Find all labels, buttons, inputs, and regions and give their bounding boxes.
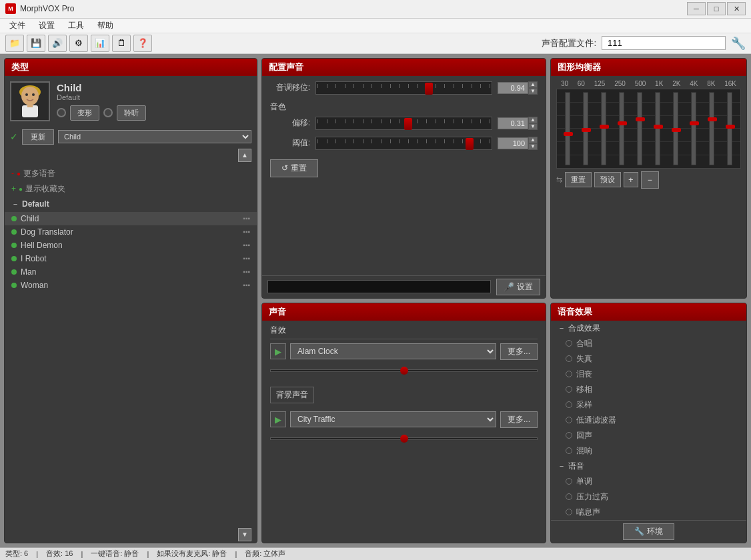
audio-settings-button[interactable]: 🎤 设置 [496,279,540,295]
threshold-track[interactable] [315,137,492,150]
eq-handle-4khz[interactable] [690,121,699,125]
pitch-shift-thumb[interactable] [425,83,433,95]
toolbar-help[interactable]: ❓ [133,35,152,52]
bg-play-button[interactable]: ▶ [270,411,286,427]
eq-band-3[interactable] [594,92,612,165]
voice-item-man[interactable]: Man ▪▪▪ [5,265,257,279]
toolbar-config[interactable]: ⚙ [69,35,88,52]
close-button[interactable]: ✕ [727,2,746,15]
eq-band-9[interactable] [703,92,721,165]
eq-handle-500hz[interactable] [636,117,645,121]
eq-band-5[interactable] [630,92,648,165]
eq-handle-8khz[interactable] [708,117,717,121]
pitch-value-input[interactable] [498,82,528,94]
more-voices-item[interactable]: - ● 更多语音 [5,166,257,181]
eq-handle-30hz[interactable] [564,132,573,136]
eq-slider-2khz[interactable] [673,92,678,165]
pitch-down[interactable]: ▼ [528,88,538,95]
eq-band-7[interactable] [667,92,685,165]
toolbar-chart[interactable]: 📊 [91,35,109,52]
eq-band-8[interactable] [685,92,703,165]
effect-radio-breathe[interactable] [566,509,572,515]
bg-volume-slider[interactable] [270,433,538,444]
sfx-volume-slider[interactable] [270,365,538,376]
sfx-volume-thumb[interactable] [400,367,408,375]
voice-item-woman[interactable]: Woman ▪▪▪ [5,279,257,292]
eq-remove-button[interactable]: － [641,171,659,189]
menu-settings[interactable]: 设置 [32,19,61,33]
transform-button[interactable]: 变形 [70,105,99,121]
effect-breathe[interactable]: 喘息声 [551,505,746,520]
threshold-down[interactable]: ▼ [528,143,538,150]
toolbar-open[interactable]: 📁 [5,35,24,52]
voice-effects-header[interactable]: － 语音 [551,459,746,474]
toolbar-save[interactable]: 💾 [27,35,45,52]
voice-item-dog-translator[interactable]: Dog Translator ▪▪▪ [5,225,257,239]
effect-radio-reverb[interactable] [566,447,572,454]
eq-band-10[interactable] [721,92,739,165]
eq-reset-button[interactable]: 重置 [565,172,592,187]
effect-radio-sampling[interactable] [566,401,572,408]
toolbar-notes[interactable]: 🗒 [112,35,131,52]
effect-radio-pressure[interactable] [566,493,572,500]
update-button[interactable]: 更新 [22,129,54,145]
voice-select[interactable]: Child [58,130,251,143]
effect-distortion[interactable]: 失真 [551,351,746,367]
timbre-offset-thumb[interactable] [404,118,412,130]
effect-radio-echo[interactable] [566,432,572,439]
sfx-play-button[interactable]: ▶ [270,343,286,359]
filter-icon[interactable]: 🔧 [731,36,746,51]
effect-sampling[interactable]: 采样 [551,397,746,413]
eq-slider-500hz[interactable] [637,92,642,165]
pitch-up[interactable]: ▲ [528,81,538,88]
eq-slider-16khz[interactable] [727,92,732,165]
effect-radio-chorus[interactable] [566,340,572,347]
eq-slider-4khz[interactable] [691,92,696,165]
eq-handle-60hz[interactable] [582,128,591,132]
eq-slider-125hz[interactable] [601,92,606,165]
timbre-offset-track[interactable] [315,117,492,130]
effect-lowpass[interactable]: 低通滤波器 [551,413,746,428]
check-icon[interactable]: ✓ [10,131,18,142]
eq-handle-250hz[interactable] [618,121,627,125]
effect-radio-tearful[interactable] [566,371,572,377]
eq-band-6[interactable] [648,92,666,165]
toolbar-export[interactable]: 🔊 [48,35,67,52]
eq-slider-30hz[interactable] [565,92,570,165]
effect-reverb[interactable]: 混响 [551,443,746,459]
timbre-down[interactable]: ▼ [528,123,538,130]
menu-tools[interactable]: 工具 [61,19,91,33]
threshold-value-input[interactable] [498,137,528,149]
transform-radio[interactable] [57,108,66,117]
listen-radio[interactable] [103,108,113,117]
effect-chorus[interactable]: 合唱 [551,336,746,351]
bg-volume-thumb[interactable] [400,435,408,443]
effect-monotone[interactable]: 单调 [551,474,746,489]
menu-file[interactable]: 文件 [3,19,32,33]
eq-handle-1khz[interactable] [654,125,663,129]
effect-pressure[interactable]: 压力过高 [551,489,746,505]
config-reset-button[interactable]: ↺ 重置 [270,159,318,177]
scroll-up-button[interactable]: ▲ [238,149,251,162]
voice-item-hell-demon[interactable]: Hell Demon ▪▪▪ [5,239,257,252]
timbre-up[interactable]: ▲ [528,117,538,123]
sfx-dropdown[interactable]: Alam Clock [290,343,496,359]
maximize-button[interactable]: □ [707,2,726,15]
bg-more-button[interactable]: 更多... [500,411,538,428]
eq-band-2[interactable] [576,92,594,165]
pitch-shift-track[interactable] [315,81,492,95]
effect-radio-lowpass[interactable] [566,417,572,423]
timbre-value-input[interactable] [498,117,528,129]
effect-tearful[interactable]: 泪丧 [551,367,746,382]
menu-help[interactable]: 帮助 [91,19,120,33]
eq-handle-125hz[interactable] [600,125,609,129]
voice-item-irobot[interactable]: I Robot ▪▪▪ [5,252,257,265]
eq-band-4[interactable] [612,92,630,165]
scroll-down-button[interactable]: ▼ [238,528,251,541]
eq-slider-1khz[interactable] [655,92,660,165]
eq-slider-60hz[interactable] [583,92,588,165]
sfx-more-button[interactable]: 更多... [500,343,538,360]
eq-band-1[interactable] [558,92,576,165]
bg-dropdown[interactable]: City Traffic [290,411,496,427]
threshold-thumb[interactable] [466,138,474,150]
